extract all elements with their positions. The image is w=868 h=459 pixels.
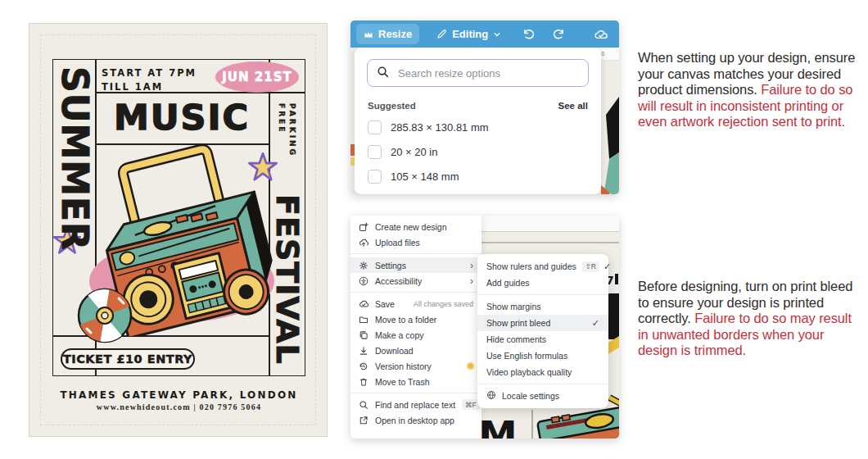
schedule-line1: START AT 7PM (102, 66, 197, 80)
search-input[interactable] (396, 66, 579, 80)
cloud-saved-icon[interactable] (589, 29, 613, 40)
poster-side-title-summer: SUMMER (57, 66, 93, 251)
canvas-ruler: 6 (599, 48, 619, 60)
menu-item-download[interactable]: Download (350, 343, 481, 358)
poster-side-title-festival: FESTIVAL (272, 194, 303, 365)
upload-icon (359, 238, 368, 248)
ticket-pill: TICKET £10 ENTRY (61, 348, 195, 370)
contact-line: www.newhideout.com | 020 7976 5064 (52, 402, 305, 411)
pencil-icon (436, 29, 447, 39)
note-print-bleed: Before designing, turn on print bleed to… (638, 279, 864, 359)
external-link-icon (359, 416, 368, 425)
suggested-label: Suggested (368, 101, 416, 111)
editing-mode-button[interactable]: Editing (429, 24, 509, 44)
resize-option-row[interactable]: 285.83 × 130.81 mm (368, 115, 588, 139)
canva-menu-screenshot: 7 M Create new design Upload files (350, 216, 619, 439)
poster-headline-music: MUSIC (95, 100, 269, 135)
trash-icon (359, 377, 368, 387)
notification-dot (468, 363, 473, 369)
accessibility-icon (359, 276, 368, 286)
chevron-right-icon: › (470, 261, 473, 270)
chevron-down-icon (493, 30, 501, 39)
resize-option-label: 285.83 × 130.81 mm (391, 121, 489, 134)
canva-resize-screenshot: 6 Resize Editing (350, 20, 619, 194)
resize-search-box[interactable] (367, 59, 589, 87)
undo-icon[interactable] (515, 28, 542, 40)
submenu-item-hide-comments[interactable]: Hide comments (477, 331, 608, 348)
poster-schedule: START AT 7PM TILL 1AM (102, 66, 197, 93)
history-icon (359, 361, 368, 371)
resize-button[interactable]: Resize (356, 24, 419, 44)
svg-text:M: M (478, 412, 518, 439)
chevron-right-icon: › (470, 276, 473, 286)
menu-item-move-to-trash[interactable]: Move to Trash (350, 374, 481, 389)
file-menu-panel: Create new design Upload files Settings … (350, 216, 481, 439)
globe-icon (486, 389, 496, 403)
free-parking-word2: PARKING (288, 103, 296, 157)
gear-icon (359, 261, 368, 270)
canvas-artwork-strip (601, 48, 619, 194)
editor-toolbar: Resize Editing (350, 20, 619, 48)
submenu-item-english-formulas[interactable]: Use English formulas (477, 348, 608, 364)
star-icon (247, 152, 278, 183)
menu-item-move-to-folder[interactable]: Move to a folder (350, 311, 481, 327)
resize-option-row[interactable]: 20 × 20 in (368, 139, 588, 164)
menu-item-create-new-design[interactable]: Create new design (350, 219, 481, 234)
checkbox[interactable] (368, 170, 382, 184)
menu-item-open-desktop-app[interactable]: Open in desktop app (350, 412, 481, 428)
resize-option-label: 20 × 20 in (391, 146, 437, 158)
menu-divider (350, 253, 481, 254)
menu-item-version-history[interactable]: Version history (350, 358, 481, 374)
check-icon: ✓ (604, 261, 611, 272)
search-icon (359, 400, 368, 410)
submenu-item-video-quality[interactable]: Video playback quality (477, 364, 608, 380)
cd-illustration (76, 287, 133, 344)
new-design-icon (359, 222, 368, 232)
submenu-item-show-print-bleed[interactable]: Show print bleed ✓ (477, 315, 608, 331)
see-all-link[interactable]: See all (558, 101, 588, 111)
resize-dropdown-panel: Suggested See all 285.83 × 130.81 mm 20 … (355, 48, 601, 194)
menu-item-accessibility[interactable]: Accessibility › (350, 273, 481, 289)
shortcut-badge: ⇧R (582, 261, 599, 272)
redo-icon[interactable] (545, 28, 572, 40)
submenu-item-add-guides[interactable]: Add guides (477, 275, 608, 291)
date-badge: JUN 21ST (215, 61, 299, 93)
checkbox[interactable] (368, 145, 382, 159)
save-status: All changes saved (414, 300, 473, 308)
festival-poster-image: SUMMER START AT 7PM TILL 1AM JUN 21ST MU… (29, 23, 328, 437)
menu-divider (350, 292, 481, 293)
menu-divider (350, 393, 481, 393)
submenu-item-locale-settings[interactable]: Locale settings (477, 388, 608, 404)
crown-icon (364, 30, 373, 39)
download-icon (359, 346, 368, 356)
search-icon (377, 66, 389, 81)
resize-option-label: 105 × 148 mm (391, 170, 459, 183)
settings-submenu-panel: Show rulers and guides ⇧R ✓ Add guides S… (477, 254, 608, 408)
menu-item-upload-files[interactable]: Upload files (350, 234, 481, 250)
editing-button-label: Editing (452, 28, 488, 40)
submenu-item-show-margins[interactable]: Show margins (477, 298, 608, 315)
menu-divider (477, 384, 608, 384)
menu-item-settings[interactable]: Settings › (350, 257, 481, 273)
resize-button-label: Resize (378, 28, 412, 40)
menu-item-save[interactable]: Save All changes saved (350, 296, 481, 311)
folder-icon (359, 315, 368, 325)
free-parking-word1: FREE (278, 103, 286, 134)
ruler-mark: 6 (601, 50, 604, 57)
checkbox[interactable] (368, 120, 382, 134)
resize-option-row[interactable]: 105 × 148 mm (368, 164, 588, 189)
menu-divider (477, 294, 608, 295)
note-canvas-dimensions: When setting up your design, ensure your… (638, 50, 864, 130)
copy-icon (359, 330, 368, 340)
schedule-line2: TILL 1AM (102, 80, 197, 94)
check-icon: ✓ (592, 318, 599, 329)
venue-line: THAMES GATEWAY PARK, LONDON (52, 389, 305, 401)
menu-item-find-replace[interactable]: Find and replace text ⌘F (350, 397, 481, 412)
menu-item-make-a-copy[interactable]: Make a copy (350, 327, 481, 343)
cloud-check-icon (359, 299, 368, 309)
submenu-item-show-rulers[interactable]: Show rulers and guides ⇧R ✓ (477, 258, 608, 275)
